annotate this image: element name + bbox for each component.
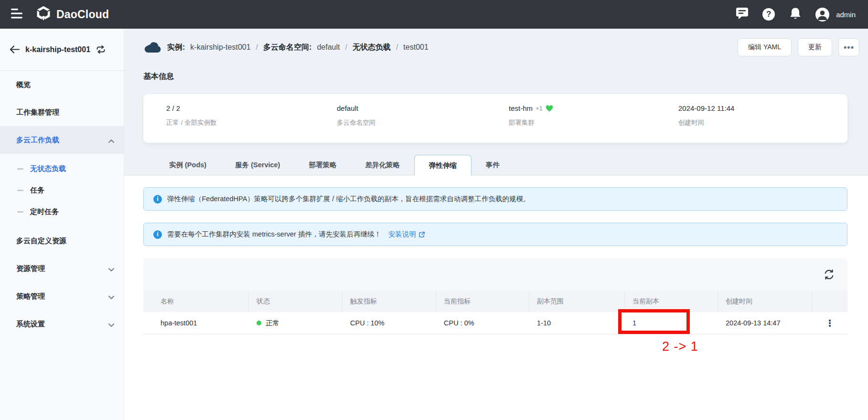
sidebar-item-jobs[interactable]: 任务 (0, 180, 124, 201)
breadcrumb-instance-value[interactable]: k-kairship-test001 (190, 43, 250, 52)
sidebar-item-overview[interactable]: 概览 (0, 71, 124, 98)
chevron-down-icon (108, 292, 114, 301)
brand-logo[interactable]: DaoCloud (35, 5, 109, 23)
tab-autoscaling[interactable]: 弹性伸缩 (414, 155, 472, 175)
chevron-up-icon (108, 136, 114, 144)
cell-name: hpa-test001 (143, 312, 249, 334)
chevron-down-icon (108, 320, 114, 328)
autoscaling-panel: i 弹性伸缩（FederatedHPA）策略可以跨多个集群扩展 / 缩小工作负载… (124, 175, 868, 420)
hpa-table: 名称 状态 触发指标 当前指标 副本范围 当前副本 创建时间 hpa-test0… (143, 258, 847, 334)
chevron-down-icon (108, 265, 114, 273)
external-link-icon (418, 231, 425, 238)
sidebar-item-multicloud-workloads[interactable]: 多云工作负载 (0, 126, 124, 154)
back-button[interactable] (10, 45, 20, 54)
hpa-info-alert: i 弹性伸缩（FederatedHPA）策略可以跨多个集群扩展 / 缩小工作负载… (143, 187, 847, 211)
breadcrumb-workload-type[interactable]: 无状态负载 (353, 43, 391, 53)
sidebar-item-custom-resources[interactable]: 多云自定义资源 (0, 227, 124, 255)
col-current-metric: 当前指标 (436, 291, 529, 312)
sidebar-item-cronjobs[interactable]: 定时任务 (0, 201, 124, 223)
tab-service[interactable]: 服务 (Service) (221, 155, 294, 175)
breadcrumb-separator: / (396, 43, 398, 52)
cell-trigger-metric: CPU : 10% (343, 312, 436, 334)
info-field-clusters: test-hm +1 部署集群 (509, 104, 678, 143)
daocloud-logo-icon (35, 5, 52, 23)
info-icon: i (153, 195, 162, 204)
edit-yaml-button[interactable]: 编辑 YAML (738, 38, 792, 56)
info-icon: i (153, 230, 162, 239)
col-name: 名称 (143, 291, 249, 312)
row-actions-button[interactable]: ⋮ (812, 312, 847, 334)
breadcrumb-namespace-value[interactable]: default (317, 43, 340, 52)
cell-current-replicas: 1 (625, 312, 718, 334)
tab-deploy-policy[interactable]: 部署策略 (294, 155, 351, 175)
refresh-button[interactable] (823, 269, 835, 280)
breadcrumb-instance-label: 实例: (167, 43, 185, 53)
topbar: DaoCloud ? (0, 0, 868, 29)
col-status: 状态 (249, 291, 343, 312)
username: admin (836, 11, 856, 19)
topbar-right: ? admin (735, 7, 856, 22)
sidebar-item-resource-mgmt[interactable]: 资源管理 (0, 255, 124, 282)
sidebar-nav: 概览 工作集群管理 多云工作负载 无状态负载 任务 定时任务 多云自定义资源 资… (0, 71, 124, 338)
cell-created: 2024-09-13 14:47 (718, 312, 812, 334)
info-field-namespace: default 多云命名空间 (337, 104, 509, 143)
cluster-selector: k-kairship-test001 (0, 29, 124, 71)
namespace-value: default (337, 104, 509, 112)
dash-icon (17, 211, 23, 213)
created-label: 创建时间 (678, 118, 847, 127)
install-guide-link[interactable]: 安装说明 (388, 230, 425, 239)
breadcrumb-namespace-label: 多云命名空间: (263, 43, 311, 53)
sidebar-item-deployments[interactable]: 无状态负载 (0, 158, 124, 180)
breadcrumb: 实例: k-kairship-test001 / 多云命名空间: default… (143, 38, 429, 56)
notifications-button[interactable] (788, 7, 803, 22)
breadcrumb-separator: / (345, 43, 347, 52)
annotation-note: 2 -> 1 (662, 339, 698, 354)
tab-bar: 实例 (Pods) 服务 (Service) 部署策略 差异化策略 弹性伸缩 事… (124, 155, 868, 175)
clusters-extra-badge: +1 (536, 105, 543, 112)
page: DaoCloud ? (0, 0, 868, 420)
basic-info-title: 基本信息 (143, 72, 174, 82)
created-value: 2024-09-12 11:44 (678, 104, 847, 112)
bell-icon (789, 7, 802, 22)
metrics-server-text: 需要在每个工作集群内安装 metrics-server 插件，请先安装后再继续！ (167, 230, 381, 239)
metrics-server-alert: i 需要在每个工作集群内安装 metrics-server 插件，请先安装后再继… (143, 223, 847, 246)
sidebar-item-work-clusters[interactable]: 工作集群管理 (0, 98, 124, 126)
breadcrumb-workload-name: test001 (403, 43, 428, 52)
col-trigger-metric: 触发指标 (343, 291, 436, 312)
tab-events[interactable]: 事件 (472, 155, 514, 175)
cell-current-metric: CPU : 0% (436, 312, 529, 334)
status-ok-icon (257, 321, 261, 325)
hpa-info-text: 弹性伸缩（FederatedHPA）策略可以跨多个集群扩展 / 缩小工作负载的副… (167, 194, 530, 204)
clusters-value: test-hm +1 (509, 104, 678, 112)
col-replica-range: 副本范围 (529, 291, 625, 312)
switch-cluster-button[interactable] (96, 45, 106, 54)
tab-override-policy[interactable]: 差异化策略 (351, 155, 414, 175)
hamburger-button[interactable] (9, 6, 25, 22)
info-field-created: 2024-09-12 11:44 创建时间 (678, 104, 847, 143)
clusters-label: 部署集群 (509, 118, 678, 127)
breadcrumb-separator: / (256, 43, 258, 52)
instances-label: 正常 / 全部实例数 (166, 118, 337, 127)
sidebar-item-system-settings[interactable]: 系统设置 (0, 310, 124, 338)
sidebar: k-kairship-test001 概览 工作集群管理 多云工作负载 无状态负… (0, 29, 124, 420)
more-actions-button[interactable]: ••• (838, 38, 859, 56)
user-menu-button[interactable] (815, 7, 829, 22)
col-current-replicas: 当前副本 (625, 291, 718, 312)
cloud-icon (143, 41, 162, 54)
sidebar-item-policy-mgmt[interactable]: 策略管理 (0, 282, 124, 310)
col-actions (812, 291, 847, 312)
dash-icon (17, 168, 23, 170)
chat-icon (736, 7, 749, 22)
heart-icon (546, 105, 553, 112)
update-button[interactable]: 更新 (798, 38, 832, 56)
table-row: hpa-test001 正常 CPU : 10% CPU : 0% 1-10 1… (143, 312, 847, 334)
messages-button[interactable] (735, 7, 749, 22)
namespace-label: 多云命名空间 (337, 118, 509, 127)
hamburger-icon (11, 9, 23, 21)
instances-value: 2 / 2 (166, 104, 337, 112)
table-toolbar (143, 258, 847, 291)
cell-replica-range: 1-10 (529, 312, 625, 334)
cluster-name: k-kairship-test001 (25, 45, 90, 54)
help-button[interactable]: ? (761, 7, 776, 22)
tab-pods[interactable]: 实例 (Pods) (155, 155, 221, 175)
